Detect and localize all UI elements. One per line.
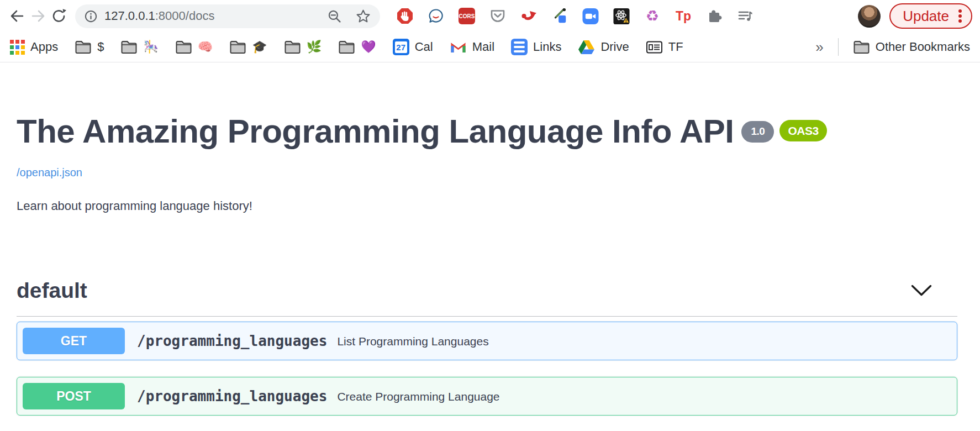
reload-button[interactable] (49, 6, 70, 27)
bookmark-label: Other Bookmarks (876, 40, 970, 54)
version-badge: 1.0 (741, 121, 774, 143)
section-divider (17, 316, 957, 317)
method-badge-get: GET (23, 328, 125, 354)
update-label: Update (903, 8, 949, 25)
page-info-icon[interactable] (84, 9, 98, 23)
operation-get-programming-languages[interactable]: GET /programming_languages List Programm… (17, 322, 957, 360)
google-drive-icon (578, 40, 595, 55)
profile-avatar[interactable] (858, 5, 881, 28)
forward-arrow-icon (29, 7, 47, 25)
pocket-extension-icon[interactable] (489, 8, 506, 24)
other-bookmarks-folder[interactable]: Other Bookmarks (853, 40, 970, 54)
back-arrow-icon (8, 7, 26, 25)
bookmark-tf[interactable]: TF (646, 40, 683, 54)
zoom-video-extension-icon[interactable] (582, 8, 599, 24)
bookmark-label: 💜 (361, 40, 376, 54)
bookmark-label: Drive (600, 40, 629, 54)
cors-extension-icon[interactable]: CORS (459, 8, 475, 24)
chevron-down-icon[interactable] (911, 285, 932, 297)
folder-icon (120, 40, 138, 54)
operation-path: /programming_languages (137, 333, 327, 349)
url-path: :8000/docs (155, 9, 215, 23)
bookmark-folder-dollar[interactable]: $ (75, 40, 104, 54)
api-info-block: The Amazing Programming Language Info AP… (17, 113, 957, 213)
bookmark-label: 🎠 (143, 40, 158, 54)
chrome-update-button[interactable]: Update (889, 3, 972, 29)
bookmark-label: Cal (415, 40, 433, 54)
links-list-icon (511, 39, 528, 55)
section-default: default GET /programming_languages List … (17, 278, 957, 416)
reload-icon (50, 7, 68, 25)
folder-icon (338, 40, 355, 54)
share-arrow-extension-icon[interactable] (520, 8, 537, 24)
calendar-day: 27 (395, 41, 407, 53)
openapi-spec-link[interactable]: /openapi.json (17, 166, 82, 179)
teleparty-extension-icon[interactable]: Tp (675, 8, 692, 24)
bookmarks-overflow-chevron[interactable]: » (815, 39, 823, 56)
tf-doc-icon (646, 40, 663, 54)
operation-summary: List Programming Languages (337, 334, 488, 348)
folder-icon (75, 40, 92, 54)
bookmarks-bar: Apps $ 🎠 🧠 🎓 🌿 (0, 32, 980, 62)
chat-bubble-extension-icon[interactable] (428, 8, 444, 24)
api-title-text: The Amazing Programming Language Info AP… (17, 113, 734, 150)
page-title: The Amazing Programming Language Info AP… (17, 113, 957, 150)
bookmark-label: 🧠 (198, 40, 213, 54)
bookmark-drive[interactable]: Drive (578, 40, 629, 55)
folder-icon (853, 40, 870, 54)
bookmark-folder-herb[interactable]: 🌿 (284, 40, 322, 54)
folder-icon (284, 40, 301, 54)
zoom-level-icon[interactable] (327, 9, 342, 24)
puzzle-extensions-menu-icon[interactable] (706, 8, 723, 24)
operation-path: /programming_languages (137, 388, 327, 404)
bookmarks-divider (838, 38, 839, 56)
bookmark-folder-graduation[interactable]: 🎓 (229, 40, 267, 54)
bookmark-label: Links (533, 40, 561, 54)
extensions-strip: CORS (397, 8, 754, 24)
bookmark-star-icon[interactable] (355, 8, 371, 24)
section-default-header[interactable]: default (17, 278, 957, 303)
operation-summary: Create Programming Language (337, 389, 499, 403)
oas3-badge: OAS3 (779, 120, 826, 141)
method-badge-post: POST (23, 383, 125, 409)
operation-post-programming-languages[interactable]: POST /programming_languages Create Progr… (17, 377, 957, 416)
bookmark-label: Mail (472, 40, 494, 54)
bookmark-calendar[interactable]: 27 Cal (393, 39, 433, 55)
music-playlist-extension-icon[interactable] (737, 8, 754, 24)
toolbar-right-group: Update (858, 3, 972, 29)
google-calendar-icon: 27 (393, 39, 409, 55)
kebab-menu-icon[interactable] (958, 8, 962, 24)
bookmark-label: Apps (30, 40, 58, 54)
bookmark-mail[interactable]: Mail (450, 40, 494, 54)
folder-icon (175, 40, 192, 54)
api-description: Learn about programming language history… (17, 199, 957, 213)
bookmark-label: $ (97, 40, 104, 54)
bookmark-links[interactable]: Links (511, 39, 561, 55)
bookmark-apps[interactable]: Apps (10, 40, 58, 55)
react-devtools-extension-icon[interactable] (613, 8, 630, 24)
swagger-page: The Amazing Programming Language Info AP… (0, 113, 980, 416)
back-button[interactable] (7, 6, 28, 27)
bookmarks-right-group: » Other Bookmarks (815, 38, 970, 56)
bookmark-folder-brain[interactable]: 🧠 (175, 40, 213, 54)
folder-icon (229, 40, 246, 54)
forward-button[interactable] (28, 6, 49, 27)
apps-grid-icon (10, 40, 25, 55)
adblock-stop-hand-icon[interactable] (397, 8, 413, 24)
colorzilla-eyedropper-icon[interactable] (551, 8, 568, 24)
bookmark-label: TF (668, 40, 683, 54)
bookmark-folder-purple-heart[interactable]: 💜 (338, 40, 376, 54)
bookmark-label: 🌿 (307, 40, 322, 54)
gmail-icon (450, 40, 467, 54)
address-bar[interactable]: 127.0.0.1:8000/docs (75, 4, 380, 28)
bookmark-folder-carousel[interactable]: 🎠 (120, 40, 158, 54)
bookmark-label: 🎓 (252, 40, 267, 54)
url-text: 127.0.0.1:8000/docs (104, 9, 327, 23)
browser-toolbar: 127.0.0.1:8000/docs (0, 0, 980, 32)
recycle-extension-icon[interactable]: ♻ (644, 8, 661, 24)
url-host: 127.0.0.1 (104, 9, 155, 23)
section-title: default (17, 278, 87, 303)
